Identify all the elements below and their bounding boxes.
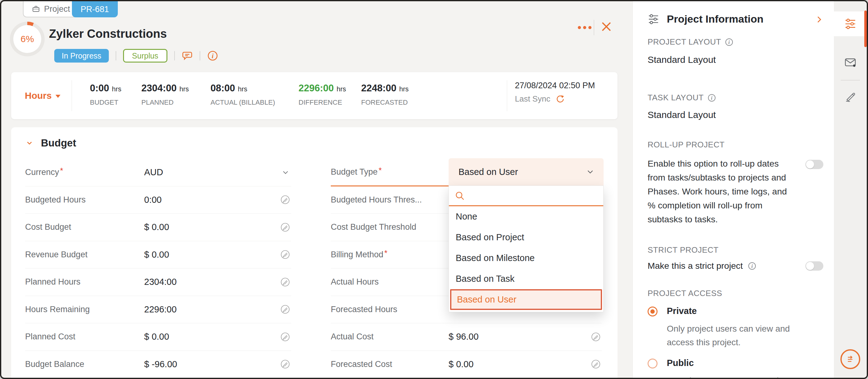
stat-forecasted: 2248:00hrs FORECASTED: [361, 83, 409, 106]
dropdown-option-based-on-milestone[interactable]: Based on Milestone: [449, 248, 603, 269]
right-icon-rail: [834, 1, 867, 378]
field-label: Cost Budget: [25, 222, 144, 232]
strict-project-toggle[interactable]: [805, 261, 824, 271]
required-marker: *: [378, 166, 382, 175]
tab-project[interactable]: Project: [23, 1, 79, 18]
signature-pen-icon: [844, 91, 856, 102]
info-icon[interactable]: i: [207, 50, 218, 61]
project-layout-heading: PROJECT LAYOUT i: [648, 37, 734, 47]
info-icon[interactable]: i: [707, 94, 716, 102]
info-icon[interactable]: i: [748, 262, 756, 270]
divider: [116, 51, 116, 60]
field-row-budgeted-hours: Budgeted Hours 0:00: [25, 186, 291, 214]
info-icon[interactable]: i: [725, 38, 734, 46]
status-badge[interactable]: In Progress: [54, 49, 109, 63]
metric-selector[interactable]: Hours: [25, 72, 60, 119]
field-value: 0:00: [144, 195, 161, 205]
field-label: Revenue Budget: [25, 250, 144, 260]
scrollbar-thumb[interactable]: [864, 10, 867, 47]
search-input[interactable]: [469, 191, 598, 201]
rail-tab-project-information[interactable]: [834, 11, 867, 36]
access-private-radio[interactable]: [648, 307, 657, 316]
divider: [594, 20, 594, 35]
chevron-down-icon[interactable]: [281, 168, 290, 177]
project-code-badge[interactable]: PR-681: [72, 1, 118, 18]
rollup-project-description: Enable this option to roll-up dates from…: [648, 157, 796, 226]
field-value: $ -96.00: [144, 359, 177, 369]
field-row-budget-balance: Budget Balance $ -96.00: [25, 351, 291, 378]
search-icon: [455, 191, 465, 201]
field-label: Budgeted Hours Thres...: [331, 195, 448, 205]
rail-tab-signature[interactable]: [834, 91, 867, 102]
field-row-actual-cost: Actual Cost $ 96.00: [331, 323, 602, 351]
refresh-icon[interactable]: [555, 95, 564, 104]
non-editable-icon: [591, 359, 600, 369]
rollup-project-heading: ROLL-UP PROJECT: [648, 140, 724, 149]
stat-actual: 08:00hrs ACTUAL (BILLABLE): [211, 83, 275, 106]
dropdown-option-based-on-task[interactable]: Based on Task: [449, 269, 603, 289]
rollup-project-toggle[interactable]: [805, 160, 824, 169]
field-label: Cost Budget Threshold: [331, 222, 448, 232]
svg-text:i: i: [728, 39, 730, 45]
rail-tab-mail[interactable]: [834, 58, 867, 68]
non-editable-icon: [281, 250, 290, 259]
budget-type-select[interactable]: Based on User: [448, 158, 603, 185]
divider: [841, 80, 860, 80]
non-editable-icon: [281, 195, 290, 204]
field-value: $ 0.00: [448, 359, 474, 369]
svg-text:i: i: [751, 263, 753, 269]
access-private-description: Only project users can view and access t…: [667, 322, 812, 349]
strict-project-row: Make this a strict project i: [648, 261, 756, 271]
svg-text:i: i: [212, 52, 214, 60]
field-label: Billing Method: [331, 250, 383, 259]
task-layout-heading: TASK LAYOUT i: [648, 93, 716, 102]
panel-header: Project Information: [648, 13, 764, 25]
project-title: Zylker Constructions: [49, 27, 167, 41]
field-label: Forecasted Hours: [331, 305, 448, 314]
dropdown-option-none[interactable]: None: [449, 206, 603, 227]
field-label: Forecasted Cost: [331, 359, 448, 369]
quick-actions-button[interactable]: [840, 349, 860, 369]
last-sync-label: Last Sync: [515, 94, 550, 104]
last-sync-time: 27/08/2024 02:50 PM: [515, 81, 595, 91]
budget-section-header[interactable]: Budget: [25, 137, 76, 149]
non-editable-icon: [281, 359, 290, 369]
last-sync: 27/08/2024 02:50 PM Last Sync: [515, 81, 595, 104]
chevron-down-icon: [56, 95, 60, 98]
budget-health-badge[interactable]: Surplus: [123, 49, 167, 63]
collapse-chevron-icon: [25, 139, 33, 147]
tab-project-label: Project: [44, 4, 70, 14]
collapse-panel-chevron-icon[interactable]: [814, 15, 824, 25]
field-label: Actual Hours: [331, 277, 448, 287]
dropdown-search-row: [449, 186, 603, 206]
dropdown-option-based-on-user[interactable]: Based on User: [450, 289, 602, 310]
project-information-panel: Project Information PROJECT LAYOUT i Sta…: [632, 1, 834, 378]
budget-type-selected-value: Based on User: [459, 167, 586, 177]
access-public-radio[interactable]: [648, 358, 657, 369]
svg-text:i: i: [711, 95, 712, 101]
field-label: Actual Cost: [331, 332, 448, 342]
field-label: Budget Balance: [25, 359, 144, 369]
field-label: Budgeted Hours: [25, 195, 144, 205]
field-label: Budget Type: [331, 167, 378, 176]
progress-percent: 6%: [21, 34, 34, 44]
stat-planned: 2304:00hrs PLANNED: [142, 83, 189, 106]
field-value: $ 0.00: [144, 332, 169, 342]
metric-selector-label: Hours: [25, 91, 52, 101]
hours-summary-card: Hours 0:00hrs BUDGET 2304:00hrs PLANNED …: [11, 72, 618, 119]
currency-select[interactable]: AUD: [144, 167, 163, 177]
field-row-planned-cost: Planned Cost $ 0.00: [25, 323, 291, 351]
budget-fields-left: Currency* AUD Budgeted Hours 0:00 Cost B…: [25, 159, 291, 378]
comments-icon[interactable]: [182, 50, 193, 61]
sliders-icon: [648, 13, 659, 25]
more-actions-button[interactable]: [578, 26, 591, 29]
task-layout-value: Standard Layout: [648, 110, 716, 120]
divider: [174, 51, 175, 60]
mail-icon: [844, 58, 856, 68]
close-icon[interactable]: [599, 20, 613, 35]
project-layout-value: Standard Layout: [648, 55, 716, 65]
field-label: Planned Cost: [25, 332, 144, 342]
field-label: Hours Remaining: [25, 305, 144, 314]
sliders-icon: [844, 18, 857, 30]
dropdown-option-based-on-project[interactable]: Based on Project: [449, 227, 603, 248]
